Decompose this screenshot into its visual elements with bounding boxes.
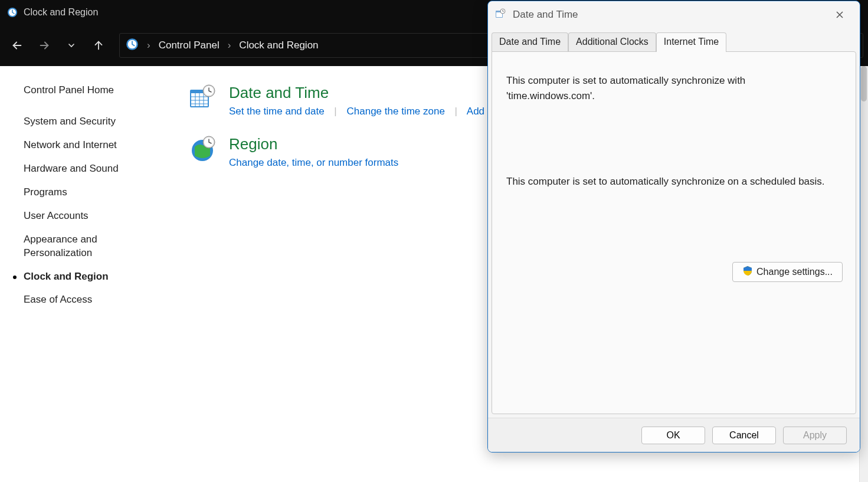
dialog-title: Date and Time [513,9,578,21]
category-title-date-and-time[interactable]: Date and Time [229,84,484,102]
nav-history-button[interactable] [59,33,84,58]
chevron-right-icon: › [225,40,234,51]
clock-region-icon [7,7,18,18]
sidebar-item-network-and-internet[interactable]: Network and Internet [24,139,159,152]
link-separator: | [327,106,343,117]
window-title: Clock and Region [24,7,98,18]
date-and-time-dialog: Date and Time Date and Time Additional C… [487,1,860,453]
link-change-time-zone[interactable]: Change the time zone [347,106,445,117]
chevron-right-icon: › [145,40,153,51]
sidebar-item-appearance-personalization[interactable]: Appearance and Personalization [24,233,159,260]
nav-back-button[interactable] [5,33,30,58]
cancel-button[interactable]: Cancel [712,427,776,444]
dialog-button-row: OK Cancel Apply [488,418,860,452]
clock-region-icon [126,38,139,54]
category-title-region[interactable]: Region [229,135,398,153]
scrollbar[interactable] [859,66,868,482]
tab-additional-clocks[interactable]: Additional Clocks [568,32,656,52]
sync-server-message: This computer is set to automatically sy… [506,73,837,103]
tab-internet-time[interactable]: Internet Time [656,32,726,52]
nav-forward-button[interactable] [32,33,57,58]
link-set-time-and-date[interactable]: Set the time and date [229,106,325,117]
sidebar-item-programs[interactable]: Programs [24,186,159,199]
calendar-clock-icon [189,84,216,111]
globe-clock-icon [189,135,216,162]
link-separator: | [448,106,464,117]
tab-date-and-time[interactable]: Date and Time [492,32,568,52]
sidebar-item-system-and-security[interactable]: System and Security [24,115,159,129]
dialog-tabs: Date and Time Additional Clocks Internet… [488,32,860,51]
scrollbar-thumb[interactable] [861,66,867,101]
apply-button[interactable]: Apply [783,427,847,444]
sidebar-item-ease-of-access[interactable]: Ease of Access [24,293,159,307]
dialog-close-button[interactable] [827,5,853,24]
calendar-clock-icon [495,8,506,22]
change-settings-button[interactable]: Change settings... [732,262,843,282]
breadcrumb-current[interactable]: Clock and Region [239,40,318,51]
breadcrumb-root[interactable]: Control Panel [159,40,220,51]
link-change-formats[interactable]: Change date, time, or number formats [229,157,398,168]
uac-shield-icon [742,265,753,278]
internet-time-panel: This computer is set to automatically sy… [492,51,856,414]
ok-button[interactable]: OK [641,427,705,444]
link-add-clocks[interactable]: Add [467,106,484,117]
sync-schedule-message: This computer is set to automatically sy… [506,174,837,189]
sidebar-item-clock-and-region[interactable]: Clock and Region [24,270,159,284]
sidebar-item-control-panel-home[interactable]: Control Panel Home [24,84,159,97]
change-settings-label: Change settings... [756,267,833,277]
sidebar-item-hardware-and-sound[interactable]: Hardware and Sound [24,162,159,176]
sidebar-item-user-accounts[interactable]: User Accounts [24,209,159,223]
nav-up-button[interactable] [86,33,111,58]
dialog-titlebar: Date and Time [488,1,860,28]
sidebar: Control Panel Home System and Security N… [0,66,171,482]
